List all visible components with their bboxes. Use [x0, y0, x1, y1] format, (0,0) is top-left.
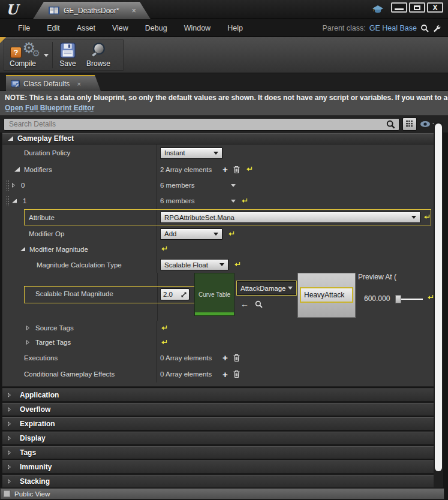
save-button[interactable]: Save: [54, 40, 82, 70]
unreal-engine-logo-icon: U: [6, 1, 24, 18]
vertical-scrollbar[interactable]: [434, 122, 443, 487]
add-array-element-button[interactable]: +: [223, 353, 228, 362]
reset-to-default-icon[interactable]: [233, 261, 240, 268]
browse-to-asset-icon[interactable]: [255, 300, 263, 308]
modifier-op-dropdown[interactable]: Add: [160, 228, 223, 240]
maximize-icon: [414, 5, 420, 10]
close-icon: X: [432, 4, 437, 11]
title-bar: U GE_DeathsDoor* × X: [0, 0, 448, 19]
menu-debug[interactable]: Debug: [137, 20, 176, 36]
slider-handle[interactable]: [395, 295, 401, 303]
close-button[interactable]: X: [427, 2, 443, 13]
scalable-float-value-input[interactable]: 2.0: [160, 288, 190, 300]
reset-to-default-icon[interactable]: [426, 294, 434, 301]
expanded-arrow-icon[interactable]: [8, 136, 13, 141]
reset-to-default-icon[interactable]: [245, 166, 252, 173]
members-dropdown-icon[interactable]: [231, 200, 236, 203]
search-icon: [386, 120, 395, 129]
browse-magnifier-icon: [89, 42, 108, 59]
browse-button[interactable]: Browse: [82, 40, 115, 70]
reset-to-default-icon[interactable]: [160, 325, 167, 332]
parent-class-value-link[interactable]: GE Heal Base: [369, 24, 417, 32]
members-dropdown-icon[interactable]: [231, 184, 236, 187]
row-magnitude-calculation-type: Magnitude Calculation Type Scalable Floa…: [2, 257, 435, 273]
dropdown-arrow-icon: [214, 152, 218, 155]
section-tags[interactable]: Tags: [2, 445, 440, 459]
collapsed-sections: Application Overflow Expiration Display …: [2, 387, 440, 488]
menu-edit[interactable]: Edit: [38, 20, 68, 36]
asset-tab-close-icon[interactable]: ×: [132, 7, 136, 15]
details-search-row: [0, 116, 448, 132]
duration-policy-dropdown[interactable]: Instant: [160, 147, 223, 159]
collapsed-arrow-icon[interactable]: [26, 326, 29, 330]
drag-handle[interactable]: [6, 180, 10, 191]
grid-icon: [405, 120, 414, 128]
reset-to-default-icon[interactable]: [227, 231, 234, 237]
curve-table-asset-dropdown[interactable]: AttackDamage: [236, 281, 297, 296]
expanded-arrow-icon[interactable]: [12, 199, 17, 203]
search-details-field[interactable]: [4, 118, 399, 131]
search-input[interactable]: [8, 119, 386, 129]
add-array-element-button[interactable]: +: [223, 370, 228, 379]
tab-close-icon[interactable]: ×: [77, 80, 80, 88]
curve-row-panel: HeavyAttack: [297, 273, 356, 318]
compile-options-dropdown-icon[interactable]: [44, 54, 49, 57]
row-target-tags: Target Tags: [2, 335, 435, 350]
maximize-button[interactable]: [409, 2, 425, 13]
expanded-arrow-icon[interactable]: [20, 247, 25, 251]
curve-table-drop-target[interactable]: Curve Table: [194, 273, 234, 316]
section-stacking[interactable]: Stacking: [2, 474, 440, 488]
scrollbar-thumb[interactable]: [435, 124, 442, 471]
collapsed-arrow-icon: [8, 421, 11, 426]
menu-file[interactable]: File: [10, 20, 38, 36]
tutorial-graduation-cap-icon[interactable]: [372, 5, 384, 14]
collapsed-arrow-icon: [8, 407, 11, 412]
asset-tab-label: GE_DeathsDoor*: [64, 7, 119, 15]
minimize-button[interactable]: [391, 2, 407, 13]
section-overflow[interactable]: Overflow: [2, 402, 440, 416]
curve-row-dropdown[interactable]: HeavyAttack: [300, 287, 353, 303]
clear-array-trash-icon[interactable]: [233, 165, 240, 174]
row-modifier-0: 0 6 members: [2, 177, 435, 193]
collapsed-arrow-icon[interactable]: [26, 340, 29, 345]
reset-to-default-icon[interactable]: [240, 198, 248, 204]
section-application[interactable]: Application: [2, 388, 440, 402]
reset-to-default-icon[interactable]: [423, 214, 430, 221]
asset-tab-ge-deathsdoor[interactable]: GE_DeathsDoor* ×: [33, 2, 151, 19]
open-full-blueprint-editor-link[interactable]: Open Full Blueprint Editor: [5, 104, 94, 112]
public-view-checkbox[interactable]: [3, 490, 11, 498]
section-immunity[interactable]: Immunity: [2, 460, 440, 474]
reset-to-default-icon[interactable]: [160, 339, 167, 346]
drag-handle[interactable]: [6, 195, 10, 206]
save-floppy-icon: [59, 42, 77, 59]
menu-window[interactable]: Window: [176, 20, 219, 36]
section-display[interactable]: Display: [2, 431, 440, 445]
compile-button[interactable]: ⚙ ⚙ ? Compile: [4, 40, 41, 70]
details-panel: Gameplay Effect Duration Policy Instant …: [0, 132, 448, 500]
expanded-arrow-icon[interactable]: [14, 167, 20, 172]
attribute-dropdown[interactable]: RPGAttributeSet.Mana: [160, 212, 420, 223]
gameplay-effect-header[interactable]: Gameplay Effect: [2, 133, 435, 144]
preview-at-label: Preview At (: [358, 273, 396, 281]
menu-view[interactable]: View: [104, 20, 137, 36]
reset-to-default-icon[interactable]: [160, 246, 167, 252]
menu-bar: File Edit Asset View Debug Window Help P…: [0, 19, 448, 37]
use-selected-asset-icon[interactable]: ←: [240, 300, 249, 308]
clear-array-trash-icon[interactable]: [233, 354, 240, 362]
public-view-bar: Public View: [0, 488, 444, 499]
add-array-element-button[interactable]: +: [223, 165, 228, 174]
property-matrix-button[interactable]: [402, 118, 417, 131]
toolbar: ⚙ ⚙ ? Compile Save Browse: [0, 37, 448, 74]
preview-level-slider[interactable]: [395, 295, 423, 303]
menu-asset[interactable]: Asset: [68, 20, 104, 36]
tab-class-defaults[interactable]: Class Defaults ×: [6, 75, 101, 91]
dropdown-arrow-icon: [288, 287, 293, 290]
section-expiration[interactable]: Expiration: [2, 417, 440, 430]
row-modifier-1: 1 6 members: [2, 193, 435, 209]
collapsed-arrow-icon[interactable]: [12, 183, 15, 188]
find-parent-class-icon[interactable]: [420, 24, 429, 32]
magnitude-calculation-type-dropdown[interactable]: Scalable Float: [160, 259, 228, 270]
menu-help[interactable]: Help: [219, 20, 251, 36]
edit-parent-class-wrench-icon[interactable]: [432, 24, 441, 32]
clear-array-trash-icon[interactable]: [233, 370, 240, 378]
